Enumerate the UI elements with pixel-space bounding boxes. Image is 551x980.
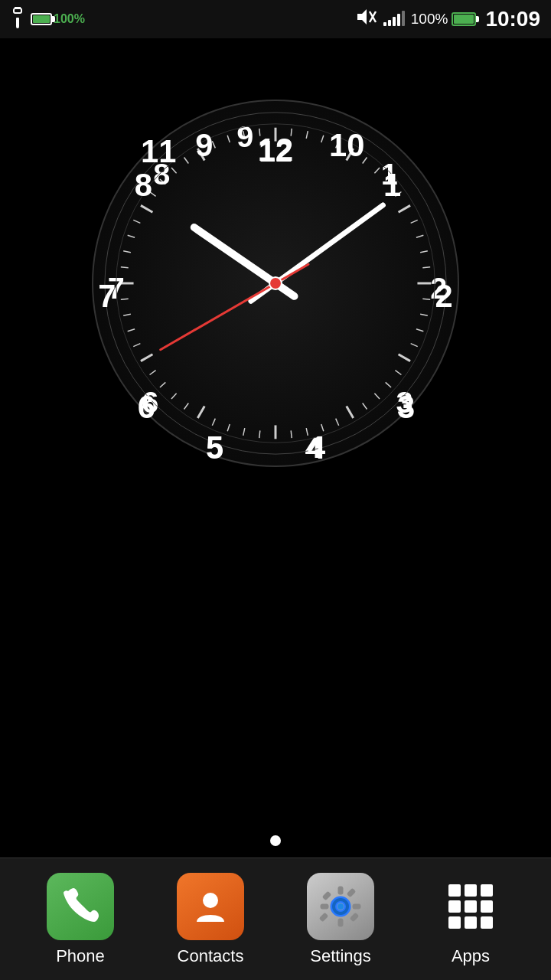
- svg-text:3: 3: [397, 389, 415, 425]
- svg-line-63: [123, 314, 131, 315]
- contacts-label: Contacts: [178, 946, 244, 966]
- clock-widget[interactable]: /* generated below */ 12 1 2 3 4 5 6 7 8…: [92, 100, 459, 467]
- svg-line-36: [422, 299, 430, 299]
- svg-point-3: [16, 25, 19, 28]
- svg-line-66: [121, 267, 129, 268]
- svg-rect-101: [321, 904, 328, 909]
- svg-line-70: [141, 205, 152, 212]
- svg-text:8: 8: [135, 167, 152, 203]
- svg-line-59: [150, 371, 156, 375]
- svg-line-64: [121, 299, 129, 299]
- dock-item-settings[interactable]: Settings: [291, 873, 390, 966]
- page-indicator: [270, 835, 281, 846]
- settings-label: Settings: [310, 946, 371, 966]
- phone-icon: [47, 873, 114, 940]
- svg-point-96: [203, 893, 218, 908]
- svg-rect-110: [465, 884, 477, 897]
- svg-rect-100: [338, 919, 343, 926]
- dock-item-contacts[interactable]: Contacts: [161, 873, 260, 966]
- svg-line-53: [227, 424, 230, 431]
- svg-line-94: [161, 264, 308, 350]
- dock-item-apps[interactable]: Apps: [421, 873, 520, 966]
- svg-rect-99: [338, 887, 343, 894]
- svg-line-49: [291, 430, 292, 438]
- svg-line-40: [399, 354, 410, 361]
- signal-icon: [383, 12, 405, 26]
- svg-text:5: 5: [206, 430, 223, 466]
- svg-rect-111: [481, 884, 493, 897]
- svg-rect-103: [322, 891, 331, 900]
- svg-line-58: [160, 382, 165, 387]
- svg-line-62: [128, 329, 135, 332]
- svg-line-78: [243, 131, 245, 139]
- apps-icon: [437, 873, 504, 940]
- apps-label: Apps: [452, 946, 490, 966]
- svg-line-39: [411, 344, 418, 347]
- svg-line-56: [184, 403, 189, 409]
- svg-text:2: 2: [435, 278, 453, 314]
- svg-text:12: 12: [258, 132, 293, 168]
- svg-line-52: [243, 428, 245, 436]
- svg-rect-116: [465, 916, 477, 929]
- svg-rect-104: [347, 888, 355, 897]
- status-bar: 100% 100% 10:09: [0, 0, 551, 38]
- clock-display: 12 1 2 3 4 5 6 7 8 9 10 11: [93, 101, 458, 466]
- svg-text:10: 10: [329, 127, 364, 163]
- svg-rect-105: [319, 913, 328, 921]
- svg-rect-2: [14, 8, 21, 13]
- settings-icon: [307, 873, 374, 940]
- svg-rect-115: [448, 916, 461, 929]
- svg-line-23: [321, 136, 324, 142]
- svg-line-32: [416, 235, 423, 237]
- status-time: 10:09: [485, 7, 540, 31]
- clock-face: /* generated below */ 12 1 2 3 4 5 6 7 8…: [92, 100, 459, 467]
- usb-icon: [11, 7, 24, 32]
- svg-text:11: 11: [141, 133, 176, 169]
- svg-rect-112: [448, 900, 461, 913]
- svg-line-77: [227, 136, 230, 142]
- mute-icon: [356, 8, 377, 30]
- svg-rect-109: [448, 884, 461, 897]
- svg-point-108: [337, 903, 344, 910]
- svg-line-41: [395, 371, 401, 375]
- svg-line-38: [416, 329, 423, 332]
- svg-line-44: [363, 403, 367, 409]
- svg-line-67: [123, 251, 131, 253]
- svg-line-57: [171, 394, 177, 399]
- svg-line-31: [411, 220, 418, 223]
- svg-line-43: [374, 394, 380, 399]
- svg-line-45: [347, 407, 354, 418]
- dock: Phone Contacts: [0, 858, 551, 980]
- page-dot-active: [270, 835, 281, 846]
- svg-line-22: [306, 131, 308, 139]
- svg-line-42: [386, 382, 391, 387]
- svg-line-61: [133, 344, 140, 347]
- dock-item-phone[interactable]: Phone: [31, 873, 130, 966]
- svg-line-72: [160, 179, 165, 185]
- svg-line-54: [212, 419, 215, 426]
- svg-line-60: [141, 354, 152, 361]
- svg-text:9: 9: [195, 127, 213, 163]
- svg-line-68: [128, 235, 135, 237]
- battery-main: 100%: [411, 11, 477, 28]
- svg-point-95: [269, 277, 282, 289]
- phone-label: Phone: [56, 946, 105, 966]
- battery-small: 100%: [31, 12, 85, 26]
- svg-rect-113: [465, 900, 477, 913]
- svg-line-51: [259, 430, 260, 438]
- contacts-icon: [177, 873, 244, 940]
- svg-text:7: 7: [98, 278, 116, 314]
- svg-line-33: [420, 251, 428, 253]
- svg-line-34: [422, 267, 430, 268]
- svg-line-30: [399, 205, 410, 212]
- svg-rect-102: [353, 904, 360, 909]
- svg-line-27: [374, 168, 380, 173]
- svg-text:1: 1: [383, 167, 401, 203]
- svg-text:6: 6: [138, 389, 155, 425]
- svg-line-37: [420, 314, 428, 315]
- status-left: 100%: [11, 7, 85, 32]
- svg-text:4: 4: [308, 430, 325, 466]
- svg-line-74: [184, 158, 189, 164]
- svg-line-69: [133, 220, 140, 223]
- svg-rect-117: [481, 916, 493, 929]
